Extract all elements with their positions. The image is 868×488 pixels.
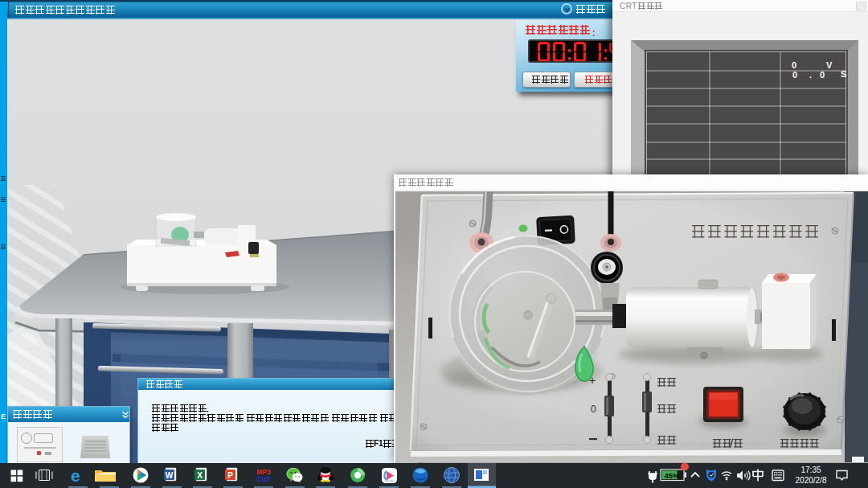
- svg-text:0: 0: [820, 70, 825, 80]
- svg-text:e: e: [71, 466, 80, 485]
- svg-text:2020/2/8: 2020/2/8: [796, 476, 827, 485]
- svg-text:X: X: [197, 471, 203, 480]
- svg-text:S: S: [841, 69, 846, 79]
- svg-text:45%: 45%: [664, 471, 680, 480]
- svg-text:P: P: [227, 471, 233, 480]
- svg-text:.: .: [809, 70, 812, 80]
- svg-text:YOUKU: YOUKU: [384, 480, 395, 483]
- svg-text:W: W: [166, 471, 174, 480]
- svg-text:V: V: [826, 60, 833, 70]
- svg-text:0: 0: [591, 404, 596, 415]
- svg-text:+: +: [589, 374, 596, 387]
- svg-text:0: 0: [792, 70, 797, 80]
- svg-text:0: 0: [792, 60, 796, 70]
- svg-text:CUT: CUT: [256, 475, 271, 483]
- svg-text:17:35: 17:35: [800, 465, 821, 474]
